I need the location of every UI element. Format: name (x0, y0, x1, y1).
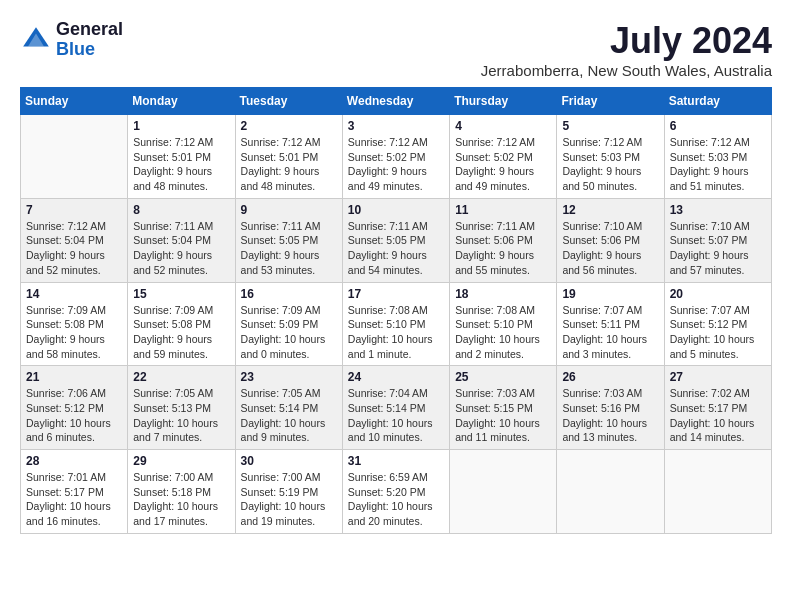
day-number: 20 (670, 287, 766, 301)
day-number: 23 (241, 370, 337, 384)
day-info: Sunrise: 7:07 AMSunset: 5:12 PMDaylight:… (670, 303, 766, 362)
logo-blue: Blue (56, 40, 123, 60)
day-info: Sunrise: 7:03 AMSunset: 5:15 PMDaylight:… (455, 386, 551, 445)
day-info: Sunrise: 7:11 AMSunset: 5:05 PMDaylight:… (241, 219, 337, 278)
day-info: Sunrise: 7:11 AMSunset: 5:04 PMDaylight:… (133, 219, 229, 278)
calendar-cell: 29Sunrise: 7:00 AMSunset: 5:18 PMDayligh… (128, 450, 235, 534)
calendar-cell: 9Sunrise: 7:11 AMSunset: 5:05 PMDaylight… (235, 198, 342, 282)
calendar-week-row: 7Sunrise: 7:12 AMSunset: 5:04 PMDaylight… (21, 198, 772, 282)
calendar-cell: 17Sunrise: 7:08 AMSunset: 5:10 PMDayligh… (342, 282, 449, 366)
day-info: Sunrise: 7:08 AMSunset: 5:10 PMDaylight:… (348, 303, 444, 362)
calendar-cell: 7Sunrise: 7:12 AMSunset: 5:04 PMDaylight… (21, 198, 128, 282)
calendar-cell: 18Sunrise: 7:08 AMSunset: 5:10 PMDayligh… (450, 282, 557, 366)
day-info: Sunrise: 7:11 AMSunset: 5:06 PMDaylight:… (455, 219, 551, 278)
calendar-cell: 11Sunrise: 7:11 AMSunset: 5:06 PMDayligh… (450, 198, 557, 282)
day-info: Sunrise: 7:00 AMSunset: 5:18 PMDaylight:… (133, 470, 229, 529)
calendar-week-row: 28Sunrise: 7:01 AMSunset: 5:17 PMDayligh… (21, 450, 772, 534)
calendar-cell: 27Sunrise: 7:02 AMSunset: 5:17 PMDayligh… (664, 366, 771, 450)
day-info: Sunrise: 7:05 AMSunset: 5:13 PMDaylight:… (133, 386, 229, 445)
day-info: Sunrise: 7:12 AMSunset: 5:02 PMDaylight:… (348, 135, 444, 194)
calendar-cell: 21Sunrise: 7:06 AMSunset: 5:12 PMDayligh… (21, 366, 128, 450)
day-number: 26 (562, 370, 658, 384)
day-number: 8 (133, 203, 229, 217)
day-number: 28 (26, 454, 122, 468)
calendar-cell: 24Sunrise: 7:04 AMSunset: 5:14 PMDayligh… (342, 366, 449, 450)
calendar-table: SundayMondayTuesdayWednesdayThursdayFrid… (20, 87, 772, 534)
calendar-cell: 1Sunrise: 7:12 AMSunset: 5:01 PMDaylight… (128, 115, 235, 199)
calendar-cell: 15Sunrise: 7:09 AMSunset: 5:08 PMDayligh… (128, 282, 235, 366)
day-number: 21 (26, 370, 122, 384)
calendar-cell (450, 450, 557, 534)
calendar-cell: 22Sunrise: 7:05 AMSunset: 5:13 PMDayligh… (128, 366, 235, 450)
logo: General Blue (20, 20, 123, 60)
calendar-cell: 10Sunrise: 7:11 AMSunset: 5:05 PMDayligh… (342, 198, 449, 282)
day-number: 6 (670, 119, 766, 133)
day-info: Sunrise: 7:09 AMSunset: 5:09 PMDaylight:… (241, 303, 337, 362)
day-number: 2 (241, 119, 337, 133)
calendar-header-row: SundayMondayTuesdayWednesdayThursdayFrid… (21, 88, 772, 115)
calendar-cell: 8Sunrise: 7:11 AMSunset: 5:04 PMDaylight… (128, 198, 235, 282)
calendar-cell: 19Sunrise: 7:07 AMSunset: 5:11 PMDayligh… (557, 282, 664, 366)
calendar-cell: 12Sunrise: 7:10 AMSunset: 5:06 PMDayligh… (557, 198, 664, 282)
day-info: Sunrise: 7:12 AMSunset: 5:01 PMDaylight:… (241, 135, 337, 194)
calendar-cell (664, 450, 771, 534)
calendar-cell: 31Sunrise: 6:59 AMSunset: 5:20 PMDayligh… (342, 450, 449, 534)
day-number: 14 (26, 287, 122, 301)
calendar-cell: 14Sunrise: 7:09 AMSunset: 5:08 PMDayligh… (21, 282, 128, 366)
weekday-header: Friday (557, 88, 664, 115)
weekday-header: Wednesday (342, 88, 449, 115)
day-info: Sunrise: 7:08 AMSunset: 5:10 PMDaylight:… (455, 303, 551, 362)
day-number: 18 (455, 287, 551, 301)
day-number: 19 (562, 287, 658, 301)
day-info: Sunrise: 7:00 AMSunset: 5:19 PMDaylight:… (241, 470, 337, 529)
day-number: 9 (241, 203, 337, 217)
day-info: Sunrise: 7:06 AMSunset: 5:12 PMDaylight:… (26, 386, 122, 445)
day-number: 24 (348, 370, 444, 384)
day-info: Sunrise: 7:07 AMSunset: 5:11 PMDaylight:… (562, 303, 658, 362)
calendar-cell: 20Sunrise: 7:07 AMSunset: 5:12 PMDayligh… (664, 282, 771, 366)
day-number: 25 (455, 370, 551, 384)
day-info: Sunrise: 7:12 AMSunset: 5:03 PMDaylight:… (670, 135, 766, 194)
calendar-cell (557, 450, 664, 534)
logo-general: General (56, 20, 123, 40)
day-number: 17 (348, 287, 444, 301)
calendar-cell: 28Sunrise: 7:01 AMSunset: 5:17 PMDayligh… (21, 450, 128, 534)
day-info: Sunrise: 7:11 AMSunset: 5:05 PMDaylight:… (348, 219, 444, 278)
day-info: Sunrise: 7:09 AMSunset: 5:08 PMDaylight:… (26, 303, 122, 362)
day-number: 22 (133, 370, 229, 384)
day-number: 1 (133, 119, 229, 133)
day-info: Sunrise: 7:03 AMSunset: 5:16 PMDaylight:… (562, 386, 658, 445)
day-info: Sunrise: 7:10 AMSunset: 5:06 PMDaylight:… (562, 219, 658, 278)
day-info: Sunrise: 7:10 AMSunset: 5:07 PMDaylight:… (670, 219, 766, 278)
day-number: 11 (455, 203, 551, 217)
calendar-cell: 3Sunrise: 7:12 AMSunset: 5:02 PMDaylight… (342, 115, 449, 199)
day-info: Sunrise: 7:04 AMSunset: 5:14 PMDaylight:… (348, 386, 444, 445)
location: Jerrabomberra, New South Wales, Australi… (481, 62, 772, 79)
calendar-cell: 16Sunrise: 7:09 AMSunset: 5:09 PMDayligh… (235, 282, 342, 366)
weekday-header: Tuesday (235, 88, 342, 115)
calendar-cell: 2Sunrise: 7:12 AMSunset: 5:01 PMDaylight… (235, 115, 342, 199)
day-info: Sunrise: 7:01 AMSunset: 5:17 PMDaylight:… (26, 470, 122, 529)
calendar-cell: 13Sunrise: 7:10 AMSunset: 5:07 PMDayligh… (664, 198, 771, 282)
day-number: 3 (348, 119, 444, 133)
weekday-header: Sunday (21, 88, 128, 115)
day-number: 30 (241, 454, 337, 468)
day-number: 13 (670, 203, 766, 217)
title-block: July 2024 Jerrabomberra, New South Wales… (481, 20, 772, 79)
calendar-cell: 26Sunrise: 7:03 AMSunset: 5:16 PMDayligh… (557, 366, 664, 450)
day-info: Sunrise: 7:12 AMSunset: 5:03 PMDaylight:… (562, 135, 658, 194)
weekday-header: Saturday (664, 88, 771, 115)
calendar-cell: 23Sunrise: 7:05 AMSunset: 5:14 PMDayligh… (235, 366, 342, 450)
calendar-cell: 6Sunrise: 7:12 AMSunset: 5:03 PMDaylight… (664, 115, 771, 199)
day-number: 5 (562, 119, 658, 133)
day-number: 10 (348, 203, 444, 217)
day-info: Sunrise: 7:02 AMSunset: 5:17 PMDaylight:… (670, 386, 766, 445)
calendar-cell: 5Sunrise: 7:12 AMSunset: 5:03 PMDaylight… (557, 115, 664, 199)
calendar-cell: 30Sunrise: 7:00 AMSunset: 5:19 PMDayligh… (235, 450, 342, 534)
day-number: 27 (670, 370, 766, 384)
logo-text: General Blue (56, 20, 123, 60)
day-info: Sunrise: 7:05 AMSunset: 5:14 PMDaylight:… (241, 386, 337, 445)
calendar-week-row: 14Sunrise: 7:09 AMSunset: 5:08 PMDayligh… (21, 282, 772, 366)
day-info: Sunrise: 7:12 AMSunset: 5:02 PMDaylight:… (455, 135, 551, 194)
day-number: 29 (133, 454, 229, 468)
